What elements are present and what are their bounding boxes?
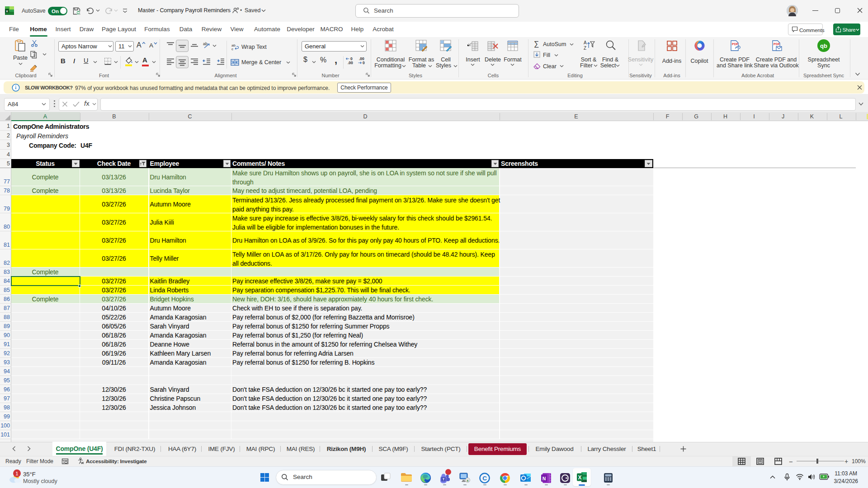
- svg-text:qb: qb: [820, 42, 827, 49]
- svg-text:X: X: [578, 474, 581, 481]
- svg-text:.00: .00: [348, 61, 353, 65]
- svg-text:C: C: [482, 475, 487, 482]
- svg-text:N: N: [542, 476, 546, 481]
- svg-text:A: A: [584, 40, 587, 45]
- svg-text:x: x: [6, 9, 8, 13]
- svg-text:0: 0: [363, 61, 365, 65]
- svg-text:ab: ab: [203, 42, 208, 46]
- svg-text:PDF: PDF: [732, 42, 739, 46]
- svg-text:x: x: [467, 479, 469, 482]
- svg-text:c: c: [231, 47, 233, 51]
- svg-text:PDF: PDF: [774, 42, 780, 46]
- svg-text:T: T: [443, 477, 445, 481]
- svg-text:Z: Z: [584, 46, 586, 51]
